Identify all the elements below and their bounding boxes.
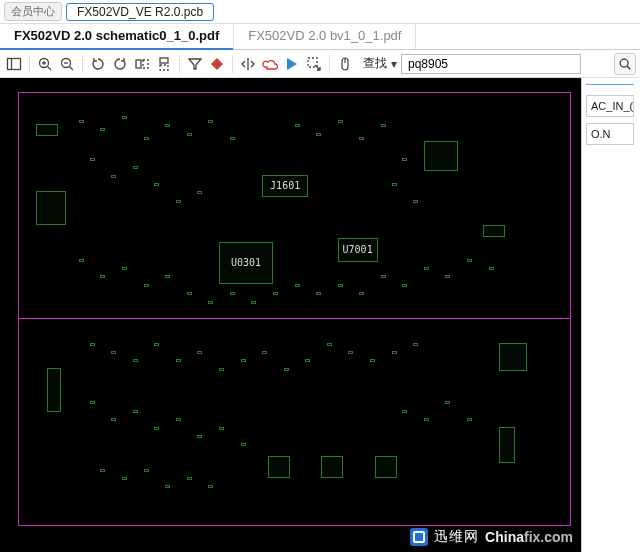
mouse-icon[interactable] bbox=[335, 54, 355, 74]
doc-tab-boardview[interactable]: FX502VD 2.0 bv1_0_1.pdf bbox=[234, 24, 416, 49]
sidebar-toggle-icon[interactable] bbox=[4, 54, 24, 74]
select-icon[interactable] bbox=[304, 54, 324, 74]
component bbox=[375, 456, 397, 478]
separator bbox=[179, 55, 180, 73]
component bbox=[424, 141, 458, 171]
search-label: 查找 bbox=[363, 55, 387, 72]
svg-rect-12 bbox=[160, 65, 168, 70]
window-tab-strip: 会员中心 FX502VD_VE R2.0.pcb bbox=[0, 0, 640, 24]
component bbox=[483, 225, 505, 237]
status-cell[interactable]: O.N bbox=[586, 123, 634, 145]
doc-tab-schematic[interactable]: FX502VD 2.0 schematic0_1_0.pdf bbox=[0, 24, 234, 49]
separator bbox=[82, 55, 83, 73]
svg-rect-10 bbox=[143, 60, 148, 68]
svg-point-19 bbox=[620, 59, 628, 67]
component-j1601[interactable]: J1601 bbox=[262, 175, 308, 197]
file-tab-active[interactable]: FX502VD_VE R2.0.pcb bbox=[66, 3, 214, 21]
separator bbox=[232, 55, 233, 73]
svg-marker-15 bbox=[287, 58, 297, 70]
rotate-cw-icon[interactable] bbox=[110, 54, 130, 74]
pcb-viewer[interactable]: U0301 J1601 U7001 bbox=[0, 78, 582, 552]
component bbox=[47, 368, 61, 412]
document-tab-strip: FX502VD 2.0 schematic0_1_0.pdf FX502VD 2… bbox=[0, 24, 640, 50]
separator bbox=[29, 55, 30, 73]
svg-rect-0 bbox=[8, 58, 21, 69]
component bbox=[499, 343, 527, 371]
flip-vertical-icon[interactable] bbox=[154, 54, 174, 74]
watermark-cn: 迅维网 bbox=[434, 528, 479, 546]
component-u0301[interactable]: U0301 bbox=[219, 242, 273, 284]
toolbar: 查找 ▾ bbox=[0, 50, 640, 78]
pcb-layer: U0301 J1601 U7001 bbox=[25, 99, 564, 519]
next-icon[interactable] bbox=[282, 54, 302, 74]
svg-marker-13 bbox=[189, 59, 201, 69]
zoom-in-icon[interactable] bbox=[35, 54, 55, 74]
dropdown-arrow-icon[interactable]: ▾ bbox=[391, 57, 397, 71]
board-outline: U0301 J1601 U7001 bbox=[18, 92, 571, 526]
component-u7001[interactable]: U7001 bbox=[338, 238, 378, 262]
search-button[interactable] bbox=[614, 53, 636, 75]
mirror-icon[interactable] bbox=[238, 54, 258, 74]
side-panel: AC_IN_( O.N bbox=[582, 78, 640, 552]
filter-icon[interactable] bbox=[185, 54, 205, 74]
diamond-icon[interactable] bbox=[207, 54, 227, 74]
member-center-link[interactable]: 会员中心 bbox=[4, 2, 62, 21]
svg-rect-11 bbox=[160, 58, 168, 63]
cloud-icon[interactable] bbox=[260, 54, 280, 74]
net-name-cell[interactable]: AC_IN_( bbox=[586, 95, 634, 117]
watermark-en: Chinafix.com bbox=[485, 529, 573, 545]
main-area: U0301 J1601 U7001 bbox=[0, 78, 640, 552]
zoom-out-icon[interactable] bbox=[57, 54, 77, 74]
watermark: 迅维网 Chinafix.com bbox=[410, 528, 573, 546]
component bbox=[499, 427, 515, 463]
search-input[interactable] bbox=[401, 54, 581, 74]
side-panel-divider bbox=[586, 84, 634, 85]
watermark-logo-icon bbox=[410, 528, 428, 546]
rotate-ccw-icon[interactable] bbox=[88, 54, 108, 74]
component bbox=[321, 456, 343, 478]
component bbox=[36, 191, 66, 225]
component bbox=[268, 456, 290, 478]
svg-line-7 bbox=[70, 66, 74, 70]
separator bbox=[329, 55, 330, 73]
svg-rect-9 bbox=[136, 60, 141, 68]
svg-line-3 bbox=[48, 66, 52, 70]
component bbox=[36, 124, 58, 136]
flip-horizontal-icon[interactable] bbox=[132, 54, 152, 74]
svg-line-20 bbox=[627, 66, 630, 69]
